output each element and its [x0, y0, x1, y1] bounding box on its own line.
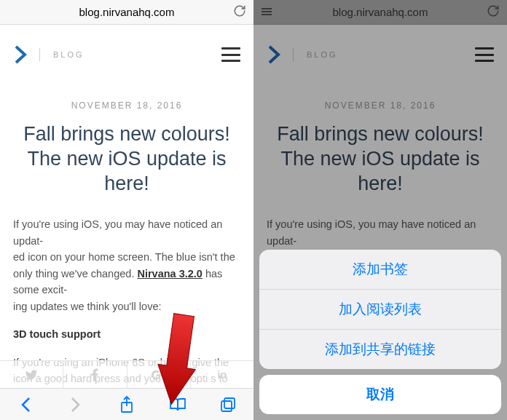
- safari-address-bar: blog.nirvanahq.com: [0, 0, 254, 25]
- address-url: blog.nirvanahq.com: [277, 6, 484, 18]
- post-title: Fall brings new colours! The new iOS upd…: [267, 122, 494, 196]
- right-screenshot: blog.nirvanahq.com BLOG NOVEMBER 18, 201…: [254, 0, 507, 420]
- bookmarks-icon[interactable]: [163, 397, 192, 413]
- twitter-icon[interactable]: [0, 361, 63, 388]
- action-sheet: 添加书签 加入阅读列表 添加到共享的链接 取消: [259, 250, 501, 414]
- post-title: Fall brings new colours! The new iOS upd…: [13, 122, 240, 196]
- social-share-row: in: [0, 360, 254, 388]
- hamburger-icon[interactable]: [475, 47, 494, 62]
- blog-label[interactable]: BLOG: [307, 50, 338, 59]
- facebook-icon[interactable]: [63, 361, 127, 388]
- site-header: BLOG: [0, 25, 254, 80]
- safari-address-bar: blog.nirvanahq.com: [254, 0, 507, 25]
- add-bookmark-button[interactable]: 添加书签: [259, 250, 501, 290]
- subheading: 3D touch support: [13, 326, 240, 342]
- nirvana-link[interactable]: Nirvana 3.2.0: [137, 268, 202, 280]
- site-logo-icon[interactable]: [267, 44, 283, 66]
- googleplus-icon[interactable]: [127, 361, 191, 388]
- reader-icon[interactable]: [261, 7, 272, 16]
- sheet-options-group: 添加书签 加入阅读列表 添加到共享的链接: [259, 250, 501, 369]
- cancel-button[interactable]: 取消: [259, 375, 501, 414]
- header-divider: [293, 48, 294, 61]
- post-date: NOVEMBER 18, 2016: [267, 100, 494, 111]
- add-shared-link-button[interactable]: 添加到共享的链接: [259, 330, 501, 369]
- svg-rect-2: [221, 401, 232, 411]
- header-divider: [39, 48, 40, 61]
- forward-icon: [61, 397, 90, 413]
- reload-icon[interactable]: [230, 4, 246, 20]
- site-header: BLOG: [254, 25, 507, 80]
- left-screenshot: blog.nirvanahq.com BLOG NOVEMBER 18, 201…: [0, 0, 254, 420]
- site-logo-icon[interactable]: [13, 44, 29, 66]
- tabs-icon[interactable]: [213, 397, 243, 413]
- reload-icon[interactable]: [484, 4, 500, 20]
- blog-label[interactable]: BLOG: [53, 50, 84, 59]
- share-icon[interactable]: [112, 396, 141, 413]
- linkedin-icon[interactable]: in: [191, 361, 254, 388]
- post-date: NOVEMBER 18, 2016: [13, 100, 240, 111]
- safari-toolbar: [0, 388, 254, 420]
- svg-rect-3: [224, 398, 235, 408]
- hamburger-icon[interactable]: [221, 47, 240, 62]
- back-icon[interactable]: [11, 397, 40, 413]
- address-url: blog.nirvanahq.com: [23, 6, 230, 18]
- sheet-cancel-group: 取消: [259, 375, 501, 414]
- add-reading-list-button[interactable]: 加入阅读列表: [259, 290, 501, 330]
